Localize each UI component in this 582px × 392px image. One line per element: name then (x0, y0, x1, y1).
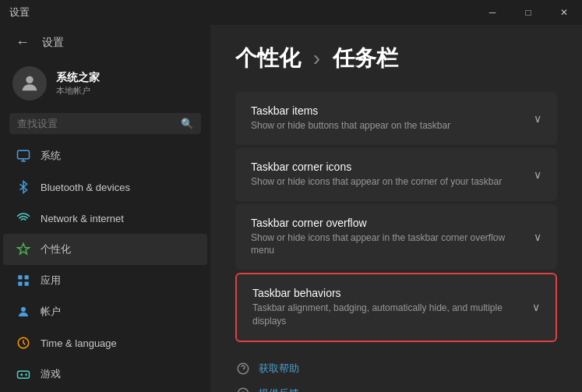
avatar (12, 66, 47, 101)
breadcrumb-parent: 个性化 (235, 46, 301, 70)
breadcrumb-separator: › (313, 46, 320, 70)
taskbar-corner-overflow-card[interactable]: Taskbar corner overflow Show or hide ico… (235, 204, 557, 270)
sidebar-item-apps[interactable]: 应用 (3, 265, 207, 296)
taskbar-corner-overflow-chevron: ∨ (534, 231, 541, 243)
svg-rect-3 (25, 275, 29, 279)
sidebar-item-network-label: Network & internet (41, 213, 124, 224)
search-icon: 🔍 (181, 118, 193, 129)
taskbar-corner-icons-desc: Show or hide icons that appear on the co… (251, 175, 502, 189)
accounts-icon (16, 304, 31, 320)
svg-point-0 (26, 76, 33, 83)
titlebar: 设置 ─ □ ✕ (0, 0, 582, 25)
taskbar-behaviors-text: Taskbar behaviors Taskbar alignment, bad… (252, 287, 520, 328)
taskbar-corner-overflow-desc: Show or hide icons that appear in the ta… (251, 231, 521, 258)
sidebar-item-accounts-label: 帐户 (41, 305, 61, 319)
help-icon (235, 361, 251, 376)
taskbar-corner-icons-card[interactable]: Taskbar corner icons Show or hide icons … (235, 148, 557, 201)
bluetooth-icon (16, 179, 31, 195)
svg-rect-1 (18, 150, 30, 159)
close-button[interactable]: ✕ (546, 0, 582, 25)
taskbar-items-chevron: ∨ (534, 112, 541, 125)
taskbar-behaviors-chevron: ∨ (532, 301, 540, 313)
sidebar-item-bluetooth-label: Bluetooth & devices (41, 182, 130, 193)
svg-rect-5 (25, 282, 29, 286)
sidebar-item-system-label: 系统 (41, 149, 61, 163)
svg-rect-8 (18, 371, 30, 378)
minimize-button[interactable]: ─ (474, 0, 510, 25)
user-name: 系统之家 (56, 71, 100, 85)
titlebar-left: 设置 (9, 5, 30, 19)
sidebar: ← 设置 系统之家 本地帐户 🔍 (0, 25, 210, 392)
svg-point-6 (21, 307, 26, 312)
time-icon (16, 335, 31, 351)
page-title: 个性化 › 任务栏 (235, 44, 557, 73)
sidebar-item-personalization[interactable]: 个性化 (3, 234, 207, 265)
search-box[interactable]: 🔍 (9, 113, 201, 134)
taskbar-corner-icons-text: Taskbar corner icons Show or hide icons … (251, 161, 502, 189)
sidebar-item-personalization-label: 个性化 (41, 242, 71, 256)
taskbar-items-text: Taskbar items Show or hide buttons that … (251, 104, 450, 132)
svg-rect-2 (18, 275, 22, 279)
taskbar-behaviors-desc: Taskbar alignment, badging, automaticall… (252, 302, 520, 328)
help-label: 获取帮助 (259, 362, 299, 376)
sidebar-item-time-label: Time & language (41, 337, 117, 349)
sidebar-item-gaming-label: 游戏 (41, 367, 61, 381)
sidebar-item-bluetooth[interactable]: Bluetooth & devices (3, 171, 207, 203)
feedback-link[interactable]: 提供反馈 (235, 383, 557, 392)
user-profile: 系统之家 本地帐户 (0, 60, 210, 113)
taskbar-items-card[interactable]: Taskbar items Show or hide buttons that … (235, 92, 557, 145)
sidebar-item-gaming[interactable]: 游戏 (3, 358, 207, 390)
feedback-icon (235, 386, 251, 392)
sidebar-item-accounts[interactable]: 帐户 (3, 296, 207, 327)
sidebar-app-title: 设置 (42, 36, 64, 50)
taskbar-corner-icons-title: Taskbar corner icons (251, 161, 502, 173)
taskbar-items-title: Taskbar items (251, 104, 450, 117)
nav-list: 系统 Bluetooth & devices Network & interne… (0, 140, 210, 392)
main-layout: ← 设置 系统之家 本地帐户 🔍 (0, 25, 582, 392)
network-icon (16, 210, 31, 226)
main-content: 个性化 › 任务栏 Taskbar items Show or hide but… (210, 25, 582, 392)
back-button[interactable]: ← (9, 31, 36, 54)
titlebar-controls: ─ □ ✕ (474, 0, 582, 25)
sidebar-item-network[interactable]: Network & internet (3, 203, 207, 234)
taskbar-items-desc: Show or hide buttons that appear on the … (251, 119, 450, 132)
sidebar-item-apps-label: 应用 (41, 274, 61, 288)
svg-rect-4 (18, 282, 22, 286)
user-info: 系统之家 本地帐户 (56, 71, 100, 97)
taskbar-corner-icons-chevron: ∨ (534, 168, 541, 181)
search-input[interactable] (17, 118, 175, 129)
sidebar-item-time[interactable]: Time & language (3, 327, 207, 358)
gaming-icon (16, 366, 31, 382)
sidebar-item-system[interactable]: 系统 (3, 140, 207, 171)
taskbar-corner-overflow-title: Taskbar corner overflow (251, 217, 521, 229)
feedback-label: 提供反馈 (259, 387, 299, 392)
titlebar-title: 设置 (9, 5, 30, 19)
user-subtitle: 本地帐户 (56, 85, 100, 97)
footer-links: 获取帮助 提供反馈 (235, 358, 557, 392)
monitor-icon (16, 148, 31, 164)
help-link[interactable]: 获取帮助 (235, 358, 557, 380)
user-icon (19, 72, 41, 94)
taskbar-behaviors-card[interactable]: Taskbar behaviors Taskbar alignment, bad… (235, 273, 557, 342)
taskbar-behaviors-title: Taskbar behaviors (252, 287, 520, 299)
taskbar-corner-overflow-text: Taskbar corner overflow Show or hide ico… (251, 217, 521, 258)
breadcrumb-current: 任务栏 (333, 46, 398, 70)
apps-icon (16, 273, 31, 288)
maximize-button[interactable]: □ (510, 0, 546, 25)
personalize-icon (16, 242, 31, 257)
